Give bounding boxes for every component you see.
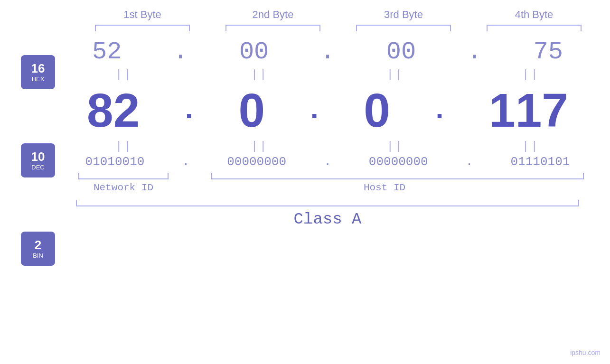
pipe7: ||: [338, 140, 452, 153]
bin-b4: 01110101: [511, 155, 570, 169]
badges-column: 16 HEX 10 DEC 2 BIN: [0, 31, 66, 266]
hex-b4: 75: [534, 38, 563, 66]
pipe6: ||: [203, 140, 317, 153]
bin-badge-number: 2: [35, 238, 41, 252]
dec-badge-label: DEC: [31, 164, 44, 171]
bin-row: 01010010 . 00000000 . 00000000 . 0111010…: [66, 155, 589, 169]
byte3-header: 3rd Byte: [347, 9, 460, 21]
pipe-row-1: || || || ||: [66, 66, 589, 83]
values-area: 52 . 00 . 00 . 75 || || || || 82: [66, 31, 610, 266]
bin-dot3: .: [466, 155, 473, 169]
watermark: ipshu.com: [570, 349, 601, 356]
hex-b3: 00: [386, 38, 416, 66]
byte1-header: 1st Byte: [85, 9, 199, 21]
byte-headers-row: 1st Byte 2nd Byte 3rd Byte 4th Byte: [77, 0, 600, 21]
network-id-bracket: [78, 173, 169, 179]
network-id-label: Network ID: [66, 182, 180, 193]
bin-b3: 00000000: [369, 155, 428, 169]
bin-badge: 2 BIN: [21, 232, 55, 266]
byte4-header: 4th Byte: [477, 9, 591, 21]
hex-badge-label: HEX: [32, 75, 45, 83]
bin-b2: 00000000: [227, 155, 286, 169]
dec-b3: 0: [364, 83, 390, 138]
bracket-b3: [356, 25, 451, 31]
hex-row: 52 . 00 . 00 . 75: [66, 31, 589, 66]
host-id-label: Host ID: [180, 182, 589, 193]
pipe4: ||: [474, 68, 588, 81]
dec-dot1: .: [180, 94, 197, 127]
class-a-label: Class A: [294, 210, 362, 228]
host-id-bracket: [211, 173, 584, 179]
pipe8: ||: [474, 140, 588, 153]
pipe5: ||: [67, 140, 181, 153]
pipe1: ||: [67, 68, 181, 81]
hex-dot3: .: [467, 38, 482, 66]
bin-b1: 01010010: [85, 155, 145, 169]
dec-dot2: .: [306, 94, 323, 127]
class-label-row: Class A: [66, 210, 589, 228]
bin-dot2: .: [324, 155, 331, 169]
hex-dot2: .: [320, 38, 335, 66]
hex-b1: 52: [92, 38, 122, 66]
bracket-b1: [95, 25, 190, 31]
dec-b1: 82: [87, 83, 140, 138]
bin-dot1: .: [182, 155, 189, 169]
dec-dot3: .: [431, 94, 448, 127]
bracket-b4: [487, 25, 582, 31]
bottom-bracket-row: [66, 173, 589, 179]
dec-b4: 117: [489, 83, 568, 138]
hex-dot1: .: [173, 38, 188, 66]
main-container: 1st Byte 2nd Byte 3rd Byte 4th Byte 16 H…: [0, 0, 610, 364]
byte2-header: 2nd Byte: [216, 9, 330, 21]
bracket-b2: [225, 25, 320, 31]
hex-badge: 16 HEX: [21, 55, 55, 89]
pipe3: ||: [338, 68, 452, 81]
class-bracket: [76, 200, 579, 206]
pipe-row-2: || || || ||: [66, 138, 589, 155]
id-labels-row: Network ID Host ID: [66, 182, 589, 193]
dec-badge-number: 10: [31, 150, 45, 164]
dec-badge: 10 DEC: [21, 143, 55, 177]
hex-badge-number: 16: [31, 62, 45, 75]
hex-b2: 00: [239, 38, 269, 66]
dec-row: 82 . 0 . 0 . 117: [66, 83, 589, 138]
bin-badge-label: BIN: [33, 252, 43, 259]
dec-b2: 0: [238, 83, 265, 138]
pipe2: ||: [203, 68, 317, 81]
top-brackets: [77, 25, 600, 31]
